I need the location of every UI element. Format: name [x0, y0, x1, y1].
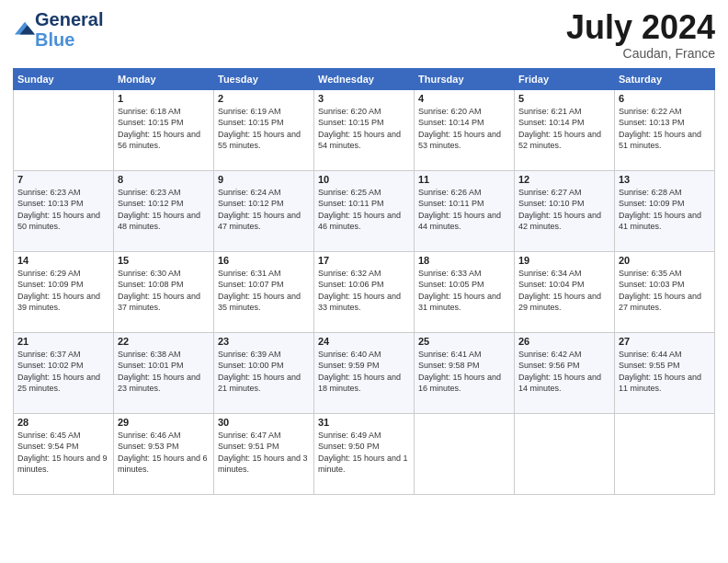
day-detail: Sunrise: 6:20 AMSunset: 10:14 PMDaylight… — [418, 106, 510, 152]
day-number: 15 — [118, 255, 210, 266]
calendar-cell-w2-d2: 8Sunrise: 6:23 AMSunset: 10:12 PMDayligh… — [114, 170, 214, 251]
day-detail: Sunrise: 6:38 AMSunset: 10:01 PMDaylight… — [118, 349, 210, 395]
logo: GeneralBlue — [13, 9, 103, 50]
calendar-cell-w3-d1: 14Sunrise: 6:29 AMSunset: 10:09 PMDaylig… — [14, 251, 114, 332]
day-number: 18 — [418, 255, 510, 266]
day-detail: Sunrise: 6:19 AMSunset: 10:15 PMDaylight… — [218, 106, 310, 152]
header: GeneralBlue July 2024 Caudan, France — [13, 9, 715, 61]
day-number: 9 — [218, 174, 310, 185]
calendar-cell-w5-d1: 28Sunrise: 6:45 AMSunset: 9:54 PMDayligh… — [14, 413, 114, 494]
day-number: 20 — [619, 255, 711, 266]
calendar-cell-w1-d4: 3Sunrise: 6:20 AMSunset: 10:15 PMDayligh… — [314, 89, 415, 170]
day-number: 29 — [118, 417, 210, 428]
calendar-cell-w3-d4: 17Sunrise: 6:32 AMSunset: 10:06 PMDaylig… — [314, 251, 415, 332]
day-detail: Sunrise: 6:30 AMSunset: 10:08 PMDaylight… — [118, 268, 210, 314]
day-number: 23 — [218, 336, 310, 347]
calendar-cell-w4-d6: 26Sunrise: 6:42 AMSunset: 9:56 PMDayligh… — [515, 332, 615, 413]
header-sunday: Sunday — [14, 68, 114, 89]
logo-icon — [15, 19, 35, 40]
calendar-cell-w3-d2: 15Sunrise: 6:30 AMSunset: 10:08 PMDaylig… — [114, 251, 214, 332]
calendar-cell-w1-d2: 1Sunrise: 6:18 AMSunset: 10:15 PMDayligh… — [114, 89, 214, 170]
calendar-cell-w2-d5: 11Sunrise: 6:26 AMSunset: 10:11 PMDaylig… — [415, 170, 515, 251]
day-detail: Sunrise: 6:35 AMSunset: 10:03 PMDaylight… — [619, 268, 711, 314]
calendar-cell-w2-d3: 9Sunrise: 6:24 AMSunset: 10:12 PMDayligh… — [214, 170, 314, 251]
calendar-cell-w1-d1 — [14, 89, 114, 170]
month-title: July 2024 — [566, 9, 715, 46]
calendar-cell-w5-d5 — [415, 413, 515, 494]
day-number: 30 — [218, 417, 310, 428]
day-detail: Sunrise: 6:24 AMSunset: 10:12 PMDaylight… — [218, 187, 310, 233]
calendar-cell-w4-d7: 27Sunrise: 6:44 AMSunset: 9:55 PMDayligh… — [615, 332, 715, 413]
day-number: 19 — [518, 255, 610, 266]
day-detail: Sunrise: 6:39 AMSunset: 10:00 PMDaylight… — [218, 349, 310, 395]
day-detail: Sunrise: 6:23 AMSunset: 10:13 PMDaylight… — [17, 187, 109, 233]
calendar-cell-w4-d1: 21Sunrise: 6:37 AMSunset: 10:02 PMDaylig… — [14, 332, 114, 413]
day-detail: Sunrise: 6:33 AMSunset: 10:05 PMDaylight… — [418, 268, 510, 314]
day-detail: Sunrise: 6:26 AMSunset: 10:11 PMDaylight… — [418, 187, 510, 233]
day-number: 11 — [418, 174, 510, 185]
day-detail: Sunrise: 6:46 AMSunset: 9:53 PMDaylight:… — [118, 430, 210, 476]
day-number: 12 — [518, 174, 610, 185]
calendar-header-row: Sunday Monday Tuesday Wednesday Thursday… — [14, 68, 715, 89]
day-detail: Sunrise: 6:41 AMSunset: 9:58 PMDaylight:… — [418, 349, 510, 395]
calendar-cell-w5-d3: 30Sunrise: 6:47 AMSunset: 9:51 PMDayligh… — [214, 413, 314, 494]
calendar-cell-w5-d2: 29Sunrise: 6:46 AMSunset: 9:53 PMDayligh… — [114, 413, 214, 494]
day-detail: Sunrise: 6:29 AMSunset: 10:09 PMDaylight… — [17, 268, 109, 314]
day-detail: Sunrise: 6:32 AMSunset: 10:06 PMDaylight… — [318, 268, 410, 314]
day-number: 24 — [318, 336, 410, 347]
calendar-cell-w3-d5: 18Sunrise: 6:33 AMSunset: 10:05 PMDaylig… — [415, 251, 515, 332]
calendar-cell-w5-d4: 31Sunrise: 6:49 AMSunset: 9:50 PMDayligh… — [314, 413, 415, 494]
calendar-cell-w2-d6: 12Sunrise: 6:27 AMSunset: 10:10 PMDaylig… — [515, 170, 615, 251]
calendar-cell-w1-d7: 6Sunrise: 6:22 AMSunset: 10:13 PMDayligh… — [615, 89, 715, 170]
week-row-5: 28Sunrise: 6:45 AMSunset: 9:54 PMDayligh… — [14, 413, 715, 494]
day-detail: Sunrise: 6:21 AMSunset: 10:14 PMDaylight… — [518, 106, 610, 152]
day-number: 7 — [17, 174, 109, 185]
day-detail: Sunrise: 6:18 AMSunset: 10:15 PMDaylight… — [118, 106, 210, 152]
header-monday: Monday — [114, 68, 214, 89]
header-friday: Friday — [515, 68, 615, 89]
header-tuesday: Tuesday — [214, 68, 314, 89]
calendar-cell-w4-d4: 24Sunrise: 6:40 AMSunset: 9:59 PMDayligh… — [314, 332, 415, 413]
day-detail: Sunrise: 6:34 AMSunset: 10:04 PMDaylight… — [518, 268, 610, 314]
calendar-cell-w2-d1: 7Sunrise: 6:23 AMSunset: 10:13 PMDayligh… — [14, 170, 114, 251]
day-detail: Sunrise: 6:47 AMSunset: 9:51 PMDaylight:… — [218, 430, 310, 476]
day-number: 16 — [218, 255, 310, 266]
day-detail: Sunrise: 6:27 AMSunset: 10:10 PMDaylight… — [518, 187, 610, 233]
calendar-cell-w2-d4: 10Sunrise: 6:25 AMSunset: 10:11 PMDaylig… — [314, 170, 415, 251]
day-number: 27 — [619, 336, 711, 347]
day-detail: Sunrise: 6:23 AMSunset: 10:12 PMDaylight… — [118, 187, 210, 233]
header-wednesday: Wednesday — [314, 68, 415, 89]
day-number: 22 — [118, 336, 210, 347]
day-number: 13 — [619, 174, 711, 185]
calendar-cell-w2-d7: 13Sunrise: 6:28 AMSunset: 10:09 PMDaylig… — [615, 170, 715, 251]
day-detail: Sunrise: 6:31 AMSunset: 10:07 PMDaylight… — [218, 268, 310, 314]
calendar-cell-w3-d6: 19Sunrise: 6:34 AMSunset: 10:04 PMDaylig… — [515, 251, 615, 332]
day-number: 3 — [318, 93, 410, 104]
day-number: 28 — [17, 417, 109, 428]
calendar-cell-w3-d7: 20Sunrise: 6:35 AMSunset: 10:03 PMDaylig… — [615, 251, 715, 332]
week-row-2: 7Sunrise: 6:23 AMSunset: 10:13 PMDayligh… — [14, 170, 715, 251]
header-thursday: Thursday — [415, 68, 515, 89]
day-detail: Sunrise: 6:25 AMSunset: 10:11 PMDaylight… — [318, 187, 410, 233]
calendar-cell-w3-d3: 16Sunrise: 6:31 AMSunset: 10:07 PMDaylig… — [214, 251, 314, 332]
logo-text: GeneralBlue — [35, 9, 103, 50]
day-number: 1 — [118, 93, 210, 104]
calendar-cell-w4-d5: 25Sunrise: 6:41 AMSunset: 9:58 PMDayligh… — [415, 332, 515, 413]
week-row-1: 1Sunrise: 6:18 AMSunset: 10:15 PMDayligh… — [14, 89, 715, 170]
day-detail: Sunrise: 6:44 AMSunset: 9:55 PMDaylight:… — [619, 349, 711, 395]
day-number: 5 — [518, 93, 610, 104]
day-detail: Sunrise: 6:45 AMSunset: 9:54 PMDaylight:… — [17, 430, 109, 476]
day-number: 8 — [118, 174, 210, 185]
day-number: 31 — [318, 417, 410, 428]
week-row-3: 14Sunrise: 6:29 AMSunset: 10:09 PMDaylig… — [14, 251, 715, 332]
calendar-cell-w1-d6: 5Sunrise: 6:21 AMSunset: 10:14 PMDayligh… — [515, 89, 615, 170]
day-number: 14 — [17, 255, 109, 266]
day-detail: Sunrise: 6:40 AMSunset: 9:59 PMDaylight:… — [318, 349, 410, 395]
day-number: 17 — [318, 255, 410, 266]
calendar-cell-w4-d3: 23Sunrise: 6:39 AMSunset: 10:00 PMDaylig… — [214, 332, 314, 413]
day-detail: Sunrise: 6:22 AMSunset: 10:13 PMDaylight… — [619, 106, 711, 152]
day-number: 4 — [418, 93, 510, 104]
header-saturday: Saturday — [615, 68, 715, 89]
calendar-cell-w1-d5: 4Sunrise: 6:20 AMSunset: 10:14 PMDayligh… — [415, 89, 515, 170]
title-block: July 2024 Caudan, France — [566, 9, 715, 61]
